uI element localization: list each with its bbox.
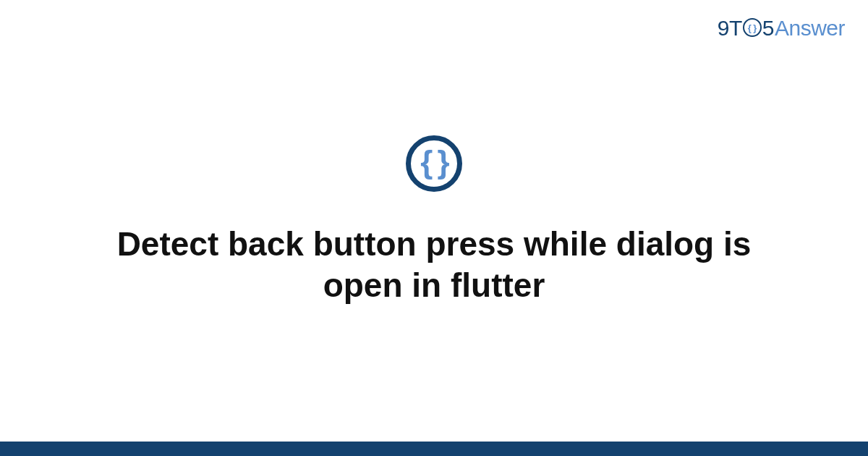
topic-icon-circle: { } bbox=[406, 135, 462, 192]
page-title: Detect back button press while dialog is… bbox=[101, 224, 767, 307]
main-content: { } Detect back button press while dialo… bbox=[0, 0, 868, 442]
code-braces-icon: { } bbox=[420, 146, 447, 178]
footer-bar bbox=[0, 442, 868, 456]
